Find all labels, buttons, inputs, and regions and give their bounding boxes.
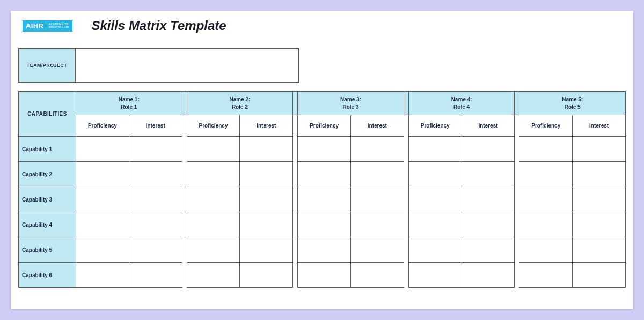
skills-matrix-table: CAPABILITIES Name 1: Role 1 Name 2: Role… [18,91,626,288]
gap [293,212,298,237]
proficiency-cell[interactable] [187,137,240,162]
interest-cell[interactable] [240,237,293,263]
proficiency-cell[interactable] [187,187,240,212]
interest-cell[interactable] [350,187,404,212]
interest-cell[interactable] [573,237,626,263]
capabilities-heading: CAPABILITIES [19,92,76,137]
interest-cell[interactable] [240,162,293,187]
team-project-input[interactable] [76,48,299,83]
team-project-label: TEAM/PROJECT [18,48,76,83]
proficiency-cell[interactable] [298,137,351,162]
table-row: Capability 2 [19,162,626,187]
gap [293,137,298,162]
gap [182,137,187,162]
proficiency-cell[interactable] [298,212,351,237]
proficiency-cell[interactable] [187,237,240,263]
interest-cell[interactable] [350,212,404,237]
proficiency-cell[interactable] [298,187,351,212]
subhead-proficiency: Proficiency [76,115,129,137]
gap [404,237,408,263]
interest-cell[interactable] [240,137,293,162]
proficiency-cell[interactable] [519,137,573,162]
proficiency-cell[interactable] [519,237,573,263]
interest-cell[interactable] [462,137,515,162]
gap [404,162,408,187]
interest-cell[interactable] [462,162,515,187]
interest-cell[interactable] [129,187,182,212]
proficiency-cell[interactable] [76,187,129,212]
interest-cell[interactable] [462,237,515,263]
proficiency-cell[interactable] [298,237,351,263]
gap [293,162,298,187]
proficiency-cell[interactable] [76,212,129,237]
subhead-interest: Interest [573,115,626,137]
proficiency-cell[interactable] [187,162,240,187]
gap [293,263,298,288]
proficiency-cell[interactable] [187,212,240,237]
proficiency-cell[interactable] [298,162,351,187]
gap [293,92,298,115]
interest-cell[interactable] [129,162,182,187]
proficiency-cell[interactable] [519,187,573,212]
subhead-proficiency: Proficiency [298,115,351,137]
table-row: CAPABILITIES Name 1: Role 1 Name 2: Role… [19,92,626,115]
proficiency-cell[interactable] [76,237,129,263]
proficiency-cell[interactable] [408,212,462,237]
proficiency-cell[interactable] [408,263,462,288]
interest-cell[interactable] [240,212,293,237]
table-row: Capability 5 [19,237,626,263]
capability-label: Capability 3 [19,187,76,212]
gap [182,187,187,212]
table-row: Capability 1 [19,137,626,162]
logo-text: AIHR [26,22,43,30]
subhead-proficiency: Proficiency [187,115,240,137]
proficiency-cell[interactable] [76,162,129,187]
proficiency-cell[interactable] [519,212,573,237]
proficiency-cell[interactable] [408,137,462,162]
interest-cell[interactable] [350,162,404,187]
subhead-interest: Interest [240,115,293,137]
skills-matrix-template: AIHR ACADEMY TO INNOVATE HR Skills Matri… [11,11,633,309]
interest-cell[interactable] [129,212,182,237]
interest-cell[interactable] [129,263,182,288]
capability-label: Capability 1 [19,137,76,162]
gap [182,237,187,263]
proficiency-cell[interactable] [408,237,462,263]
gap [404,187,408,212]
interest-cell[interactable] [462,263,515,288]
capability-label: Capability 6 [19,263,76,288]
proficiency-cell[interactable] [298,263,351,288]
interest-cell[interactable] [573,212,626,237]
gap [404,137,408,162]
gap [515,162,519,187]
interest-cell[interactable] [240,263,293,288]
table-row: Capability 3 [19,187,626,212]
interest-cell[interactable] [462,212,515,237]
interest-cell[interactable] [129,237,182,263]
member-header-1: Name 1: Role 1 [76,92,182,115]
interest-cell[interactable] [573,263,626,288]
interest-cell[interactable] [350,237,404,263]
table-row: Capability 6 [19,263,626,288]
interest-cell[interactable] [350,137,404,162]
proficiency-cell[interactable] [408,187,462,212]
subhead-proficiency: Proficiency [408,115,462,137]
interest-cell[interactable] [573,187,626,212]
proficiency-cell[interactable] [76,263,129,288]
gap [515,237,519,263]
interest-cell[interactable] [129,137,182,162]
interest-cell[interactable] [573,137,626,162]
interest-cell[interactable] [350,263,404,288]
proficiency-cell[interactable] [519,162,573,187]
proficiency-cell[interactable] [408,162,462,187]
interest-cell[interactable] [462,187,515,212]
interest-cell[interactable] [240,187,293,212]
interest-cell[interactable] [573,162,626,187]
capability-label: Capability 5 [19,237,76,263]
gap [182,212,187,237]
gap [404,92,408,115]
proficiency-cell[interactable] [187,263,240,288]
proficiency-cell[interactable] [519,263,573,288]
aihr-logo: AIHR ACADEMY TO INNOVATE HR [23,20,72,32]
proficiency-cell[interactable] [76,137,129,162]
